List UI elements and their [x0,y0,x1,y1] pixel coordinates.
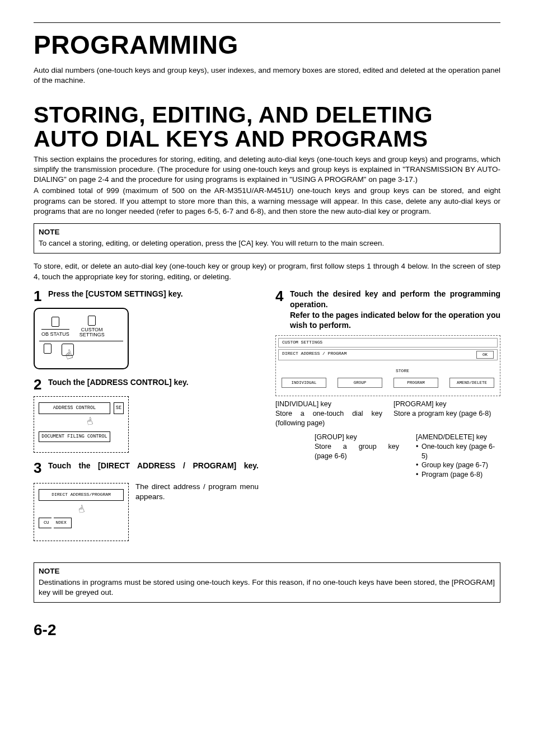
ok-button: OK [476,351,494,359]
doc-filing-btn: DOCUMENT FILING CONTROL [39,431,110,442]
step-2: 2 Touch the [ADDRESS CONTROL] key. [34,377,259,392]
group-btn: GROUP [338,378,382,388]
cu-btn: CU [39,518,51,528]
callout-group-text-line: Store a group key [315,442,399,452]
job-status-label: OB STATUS [41,329,69,337]
store-label: STORE [307,368,498,374]
step-2-title: Touch the [ADDRESS CONTROL] key. [48,377,259,388]
direct-address-program-btn: DIRECT ADDRESS/PROGRAM [39,489,124,501]
callout-program-label: [PROGRAM] key [394,400,500,409]
amend-item-2: •Group key (page 6-7) [416,461,500,470]
menu-header: CUSTOM SETTINGS [278,338,498,348]
custom-settings-label: CUSTOM SETTINGS [79,327,105,337]
hand-icon: ☝ [85,415,95,429]
step-number: 3 [34,461,48,475]
hand-icon: ☝ [77,503,86,517]
note-text: To cancel a storing, editing, or deletin… [39,238,495,248]
step-1: 1 Press the [CUSTOM SETTINGS] key. [34,289,259,303]
side-btn: SE [114,402,124,414]
ndex-btn: NDEX [54,518,72,528]
program-btn: PROGRAM [394,378,438,388]
step-4-subtitle: Refer to the pages indicated below for t… [290,310,500,331]
step-4: 4 Touch the desired key and perform the … [275,289,500,331]
section-paragraph-1: This section explains the procedures for… [34,154,500,185]
section-title: STORING, EDITING, AND DELETING AUTO DIAL… [34,103,500,151]
callout-program-text: Store a program key (page 6-8) [394,409,500,419]
menu-tab: DIRECT ADDRESS / PROGRAM [282,351,346,359]
step-4-title: Touch the desired key and perform the pr… [290,289,500,310]
step-number: 4 [275,289,290,303]
note-box-1: NOTE To cancel a storing, editing, or de… [34,223,500,253]
step-3-note: The direct address / program menu appear… [135,480,259,502]
note-label: NOTE [39,566,495,576]
step-3: 3 Touch the [DIRECT ADDRESS / PROGRAM] k… [34,461,259,475]
section-paragraph-2: A combined total of 999 (maximum of 500 … [34,186,500,217]
callout-individual-label: [INDIVIDUAL] key [275,400,382,409]
hand-icon: ☝ [63,346,76,364]
callout-lower: [GROUP] key Store a group key (page 6-6)… [275,433,500,480]
callout-group-text-page: (page 6-6) [315,452,399,461]
page-title: PROGRAMMING [34,27,500,62]
callout-amend-label: [AMEND/DELETE] key [416,433,500,442]
figure-direct-address: DIRECT ADDRESS/PROGRAM ☝ CU NDEX [34,483,129,541]
amend-item-3: •Program (page 6-8) [416,470,500,480]
callout-group-label: [GROUP] key [315,433,399,442]
note-text: Destinations in programs must be stored … [39,577,495,598]
callout-individual-text: Store a one-touch dial key (following pa… [275,409,382,428]
address-control-btn: ADDRESS CONTROL [39,402,110,414]
figure-program-menu: CUSTOM SETTINGS DIRECT ADDRESS / PROGRAM… [275,335,500,396]
note-box-2: NOTE Destinations in programs must be st… [34,562,500,603]
step-1-title: Press the [CUSTOM SETTINGS] key. [48,289,259,299]
note-label: NOTE [39,227,495,237]
figure-address-control: ADDRESS CONTROL SE ☝ DOCUMENT FILING CON… [34,396,129,453]
amend-item-1: •One-touch key (page 6-5) [416,442,500,461]
lead-paragraph: To store, edit, or delete an auto-dial k… [34,261,500,281]
individual-btn: INDIVIDUAL [282,378,326,388]
amend-delete-btn: AMEND/DELETE [449,378,494,388]
page-number: 6-2 [34,619,500,641]
figure-custom-settings: OB STATUS CUSTOM SETTINGS ☝ [34,308,129,369]
step-number: 2 [34,377,48,392]
intro-paragraph: Auto dial numbers (one-touch keys and gr… [34,65,500,86]
callout-grid: [INDIVIDUAL] key Store a one-touch dial … [275,400,500,428]
step-3-title: Touch the [DIRECT ADDRESS / PROGRAM] key… [48,461,259,471]
step-number: 1 [34,289,48,303]
